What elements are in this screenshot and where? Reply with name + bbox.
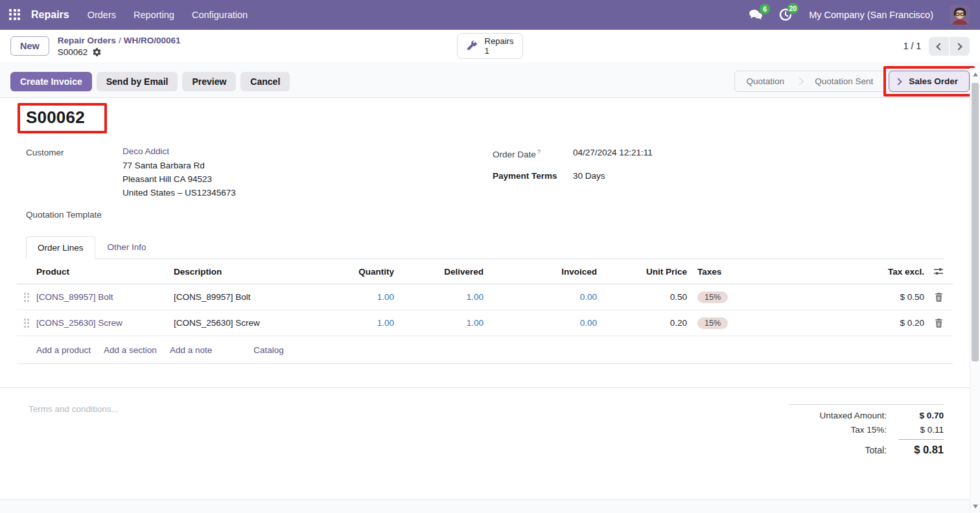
cell-unit-price[interactable]: 0.50	[597, 292, 687, 302]
customer-address-line3: United States – US12345673	[122, 186, 236, 200]
status-step-quotation[interactable]: Quotation	[735, 71, 797, 91]
notebook-tabs: Order Lines Other Info	[26, 236, 944, 259]
status-separator-icon	[795, 77, 804, 86]
vertical-scrollbar	[970, 68, 980, 513]
cell-description[interactable]: [CONS_89957] Bolt	[174, 292, 329, 302]
cell-subtotal: $ 0.50	[810, 292, 924, 302]
form-sheet: S00062 Customer Deco Addict 77 Santa Bar…	[0, 97, 970, 500]
pager-previous-button[interactable]	[929, 37, 949, 56]
tab-order-lines[interactable]: Order Lines	[26, 236, 95, 259]
user-avatar[interactable]	[950, 5, 970, 25]
pager-value: 1 / 1	[904, 41, 921, 51]
tax-badge[interactable]: 15%	[697, 317, 728, 329]
new-button[interactable]: New	[10, 36, 49, 56]
form-statusbar-row: Create Invoice Send by Email Preview Can…	[0, 62, 980, 97]
action-gear-icon[interactable]	[92, 47, 102, 57]
tax-value: $ 0.11	[887, 425, 944, 435]
order-date-help-icon: ?	[537, 148, 541, 155]
breadcrumb-current: S00062	[58, 47, 88, 58]
delete-line-button[interactable]	[924, 319, 953, 328]
header-invoiced: Invoiced	[484, 267, 597, 277]
smart-button-count: 1	[485, 46, 514, 56]
odoo-window: Repairs Orders Reporting Configuration 6…	[0, 0, 980, 513]
menu-configuration[interactable]: Configuration	[192, 10, 248, 20]
total-label: Total:	[865, 445, 887, 455]
cancel-button[interactable]: Cancel	[240, 72, 290, 91]
add-note-link[interactable]: Add a note	[170, 345, 212, 355]
cell-product[interactable]: [CONS_89957] Bolt	[36, 292, 113, 302]
customer-link[interactable]: Deco Addict	[122, 146, 236, 156]
breadcrumb-repair-orders[interactable]: Repair Orders	[58, 36, 116, 45]
cell-subtotal: $ 0.20	[810, 318, 924, 328]
table-row: [CONS_25630] Screw [CONS_25630] Screw 1.…	[17, 310, 953, 336]
scrollbar-thumb[interactable]	[972, 83, 979, 361]
statusbar: Quotation Quotation Sent Sales Order	[734, 71, 970, 92]
status-step-sales-order-label: Sales Order	[909, 76, 958, 86]
cell-delivered[interactable]: 1.00	[394, 292, 484, 302]
activities-icon[interactable]: 20	[779, 8, 792, 21]
add-section-link[interactable]: Add a section	[104, 345, 157, 355]
trash-icon	[935, 319, 943, 328]
create-invoice-button[interactable]: Create Invoice	[10, 72, 92, 91]
chevron-right-icon	[955, 43, 962, 50]
payment-terms-field[interactable]: 30 Days	[573, 170, 605, 181]
top-navbar: Repairs Orders Reporting Configuration 6…	[0, 0, 980, 30]
breadcrumb-separator: /	[119, 36, 121, 45]
table-footer-row: Add a product Add a section Add a note C…	[17, 336, 953, 364]
breadcrumb-repair-ref[interactable]: WH/RO/00061	[124, 36, 181, 45]
header-tax-excl: Tax excl.	[810, 267, 924, 277]
status-step-sales-order[interactable]: Sales Order	[889, 71, 970, 92]
messages-icon[interactable]: 6	[749, 9, 764, 21]
record-title[interactable]: S00062	[26, 108, 85, 128]
order-date-field[interactable]: 04/27/2024 12:21:11	[573, 146, 653, 159]
cell-invoiced[interactable]: 0.00	[484, 318, 597, 328]
preview-button[interactable]: Preview	[182, 72, 236, 91]
status-active-chevron-icon	[895, 78, 902, 85]
delete-line-button[interactable]	[924, 293, 953, 302]
customer-address-line1: 77 Santa Barbara Rd	[122, 159, 236, 172]
control-panel: New Repair Orders/WH/RO/00061 S00062	[0, 30, 980, 62]
totals-block: Untaxed Amount: $ 0.70 Tax 15%: $ 0.11 T…	[788, 404, 944, 461]
header-description: Description	[174, 267, 329, 277]
scrollbar-down-arrow[interactable]	[973, 505, 978, 508]
wrench-icon	[465, 40, 478, 52]
trash-icon	[935, 293, 943, 302]
status-step-quotation-sent[interactable]: Quotation Sent	[803, 71, 885, 91]
drag-handle-icon[interactable]	[24, 319, 30, 328]
untaxed-amount-value: $ 0.70	[887, 411, 944, 420]
pager-next-button[interactable]	[950, 37, 970, 56]
column-options-icon[interactable]	[924, 268, 953, 275]
drag-handle-icon[interactable]	[24, 293, 30, 302]
customer-address-line2: Pleasant Hill CA 94523	[122, 172, 236, 186]
tax-badge[interactable]: 15%	[697, 291, 728, 303]
terms-and-conditions-input[interactable]: Terms and conditions...	[26, 404, 119, 461]
add-product-link[interactable]: Add a product	[36, 345, 91, 355]
cell-product[interactable]: [CONS_25630] Screw	[36, 318, 122, 328]
menu-reporting[interactable]: Reporting	[134, 10, 174, 20]
order-lines-table: Product Description Quantity Delivered I…	[17, 259, 953, 364]
cell-delivered[interactable]: 1.00	[394, 318, 484, 328]
untaxed-amount-label: Untaxed Amount:	[819, 411, 887, 420]
menu-orders[interactable]: Orders	[88, 10, 116, 20]
tab-other-info[interactable]: Other Info	[97, 236, 158, 258]
app-menu-repairs[interactable]: Repairs	[31, 9, 69, 21]
header-quantity: Quantity	[329, 267, 394, 277]
total-value: $ 0.81	[887, 444, 944, 456]
cell-quantity[interactable]: 1.00	[329, 292, 394, 302]
send-by-email-button[interactable]: Send by Email	[97, 72, 178, 91]
header-unit-price: Unit Price	[597, 267, 687, 277]
order-date-label: Order Date?	[493, 146, 573, 159]
repairs-smart-button[interactable]: Repairs 1	[457, 33, 524, 59]
cell-invoiced[interactable]: 0.00	[484, 292, 597, 302]
tax-label: Tax 15%:	[850, 425, 887, 435]
cell-unit-price[interactable]: 0.20	[597, 318, 687, 328]
cell-quantity[interactable]: 1.00	[329, 318, 394, 328]
header-delivered: Delivered	[394, 267, 484, 277]
cell-description[interactable]: [CONS_25630] Screw	[174, 318, 329, 328]
payment-terms-label: Payment Terms	[493, 170, 573, 181]
company-switcher[interactable]: My Company (San Francisco)	[809, 10, 933, 20]
header-taxes: Taxes	[687, 267, 810, 277]
catalog-link[interactable]: Catalog	[253, 345, 284, 355]
apps-grid-icon[interactable]	[9, 9, 21, 21]
scrollbar-up-arrow[interactable]	[973, 73, 978, 76]
